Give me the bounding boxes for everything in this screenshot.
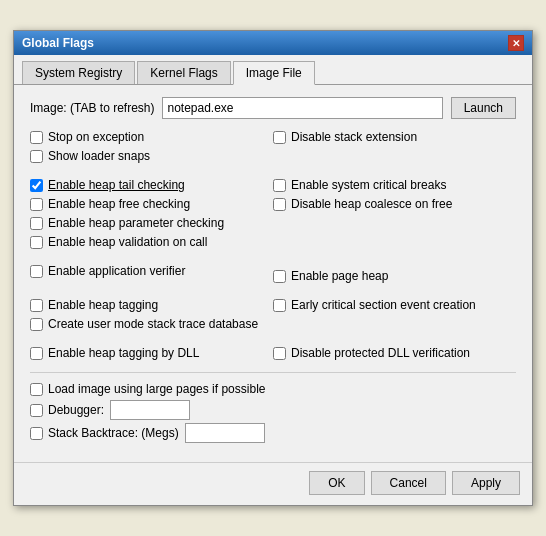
checkbox-heap-tagging: Enable heap tagging	[30, 297, 265, 313]
heap-tail-label[interactable]: Enable heap tail checking	[48, 178, 185, 192]
checkbox-stop-on-exception: Stop on exception	[30, 129, 265, 145]
stack-backtrace-input[interactable]	[185, 423, 265, 443]
image-input[interactable]	[162, 97, 442, 119]
stack-backtrace-label: Stack Backtrace: (Megs)	[48, 426, 179, 440]
debugger-row: Debugger:	[30, 400, 516, 420]
checkbox-user-mode-stack: Create user mode stack trace database	[30, 316, 265, 332]
user-mode-stack-label[interactable]: Create user mode stack trace database	[48, 317, 258, 331]
show-loader-snaps-label[interactable]: Show loader snaps	[48, 149, 150, 163]
ok-button[interactable]: OK	[309, 471, 364, 495]
title-bar: Global Flags ✕	[14, 31, 532, 55]
user-mode-stack-checkbox[interactable]	[30, 318, 43, 331]
heap-tail-checkbox[interactable]	[30, 179, 43, 192]
col-right-verifier: Enable page heap	[273, 263, 516, 287]
tab-image-file[interactable]: Image File	[233, 61, 315, 85]
stop-on-exception-label[interactable]: Stop on exception	[48, 130, 144, 144]
col-right-tagging: Early critical section event creation	[273, 297, 516, 335]
button-row: OK Cancel Apply	[14, 462, 532, 505]
checkbox-page-heap: Enable page heap	[273, 268, 516, 284]
system-critical-label[interactable]: Enable system critical breaks	[291, 178, 446, 192]
page-heap-label[interactable]: Enable page heap	[291, 269, 388, 283]
content-area: Image: (TAB to refresh) Launch Stop on e…	[14, 85, 532, 454]
heap-coalesce-checkbox[interactable]	[273, 198, 286, 211]
app-verifier-checkbox[interactable]	[30, 265, 43, 278]
app-verifier-label[interactable]: Enable application verifier	[48, 264, 185, 278]
tab-kernel-flags[interactable]: Kernel Flags	[137, 61, 230, 84]
global-flags-window: Global Flags ✕ System Registry Kernel Fl…	[13, 30, 533, 506]
window-title: Global Flags	[22, 36, 94, 50]
bottom-inputs: Load image using large pages if possible…	[30, 381, 516, 443]
heap-param-checkbox[interactable]	[30, 217, 43, 230]
col-right-dll: Disable protected DLL verification	[273, 345, 516, 364]
stack-backtrace-checkbox[interactable]	[30, 427, 43, 440]
checkbox-disable-stack-extension: Disable stack extension	[273, 129, 516, 145]
col-left-tagging: Enable heap tagging Create user mode sta…	[30, 297, 273, 335]
close-button[interactable]: ✕	[508, 35, 524, 51]
cancel-button[interactable]: Cancel	[371, 471, 446, 495]
options-grid-tagging: Enable heap tagging Create user mode sta…	[30, 297, 516, 335]
checkbox-large-pages: Load image using large pages if possible	[30, 381, 516, 397]
large-pages-checkbox[interactable]	[30, 383, 43, 396]
options-grid-dll: Enable heap tagging by DLL Disable prote…	[30, 345, 516, 364]
checkbox-heap-param: Enable heap parameter checking	[30, 215, 265, 231]
heap-tagging-dll-label[interactable]: Enable heap tagging by DLL	[48, 346, 199, 360]
disable-stack-extension-checkbox[interactable]	[273, 131, 286, 144]
col-left-heap: Enable heap tail checking Enable heap fr…	[30, 177, 273, 253]
col-left-dll: Enable heap tagging by DLL	[30, 345, 273, 364]
heap-tagging-label[interactable]: Enable heap tagging	[48, 298, 158, 312]
tab-bar: System Registry Kernel Flags Image File	[14, 55, 532, 85]
large-pages-label[interactable]: Load image using large pages if possible	[48, 382, 265, 396]
heap-param-label[interactable]: Enable heap parameter checking	[48, 216, 224, 230]
heap-free-label[interactable]: Enable heap free checking	[48, 197, 190, 211]
debugger-input[interactable]	[110, 400, 190, 420]
checkbox-show-loader-snaps: Show loader snaps	[30, 148, 265, 164]
heap-validation-label[interactable]: Enable heap validation on call	[48, 235, 207, 249]
options-grid-verifier: Enable application verifier Enable page …	[30, 263, 516, 287]
checkbox-heap-coalesce: Disable heap coalesce on free	[273, 196, 516, 212]
col-right-top: Disable stack extension	[273, 129, 516, 167]
heap-tagging-dll-checkbox[interactable]	[30, 347, 43, 360]
tab-system-registry[interactable]: System Registry	[22, 61, 135, 84]
disable-protected-dll-checkbox[interactable]	[273, 347, 286, 360]
col-right-heap: Enable system critical breaks Disable he…	[273, 177, 516, 253]
heap-free-checkbox[interactable]	[30, 198, 43, 211]
heap-tagging-checkbox[interactable]	[30, 299, 43, 312]
heap-validation-checkbox[interactable]	[30, 236, 43, 249]
checkbox-system-critical: Enable system critical breaks	[273, 177, 516, 193]
checkbox-disable-protected-dll: Disable protected DLL verification	[273, 345, 516, 361]
checkbox-app-verifier: Enable application verifier	[30, 263, 265, 279]
debugger-label: Debugger:	[48, 403, 104, 417]
col-left-top: Stop on exception Show loader snaps	[30, 129, 273, 167]
disable-protected-dll-label[interactable]: Disable protected DLL verification	[291, 346, 470, 360]
checkbox-heap-tail: Enable heap tail checking	[30, 177, 265, 193]
launch-button[interactable]: Launch	[451, 97, 516, 119]
divider	[30, 372, 516, 373]
page-heap-checkbox[interactable]	[273, 270, 286, 283]
system-critical-checkbox[interactable]	[273, 179, 286, 192]
image-label: Image: (TAB to refresh)	[30, 101, 154, 115]
options-grid-heap: Enable heap tail checking Enable heap fr…	[30, 177, 516, 253]
checkbox-heap-validation: Enable heap validation on call	[30, 234, 265, 250]
disable-stack-extension-label[interactable]: Disable stack extension	[291, 130, 417, 144]
stack-backtrace-row: Stack Backtrace: (Megs)	[30, 423, 516, 443]
stop-on-exception-checkbox[interactable]	[30, 131, 43, 144]
checkbox-heap-tagging-dll: Enable heap tagging by DLL	[30, 345, 265, 361]
early-critical-checkbox[interactable]	[273, 299, 286, 312]
image-row: Image: (TAB to refresh) Launch	[30, 97, 516, 119]
options-grid-top: Stop on exception Show loader snaps Disa…	[30, 129, 516, 167]
show-loader-snaps-checkbox[interactable]	[30, 150, 43, 163]
checkbox-early-critical: Early critical section event creation	[273, 297, 516, 313]
apply-button[interactable]: Apply	[452, 471, 520, 495]
col-left-verifier: Enable application verifier	[30, 263, 273, 287]
checkbox-heap-free: Enable heap free checking	[30, 196, 265, 212]
early-critical-label[interactable]: Early critical section event creation	[291, 298, 476, 312]
heap-coalesce-label[interactable]: Disable heap coalesce on free	[291, 197, 452, 211]
debugger-checkbox[interactable]	[30, 404, 43, 417]
